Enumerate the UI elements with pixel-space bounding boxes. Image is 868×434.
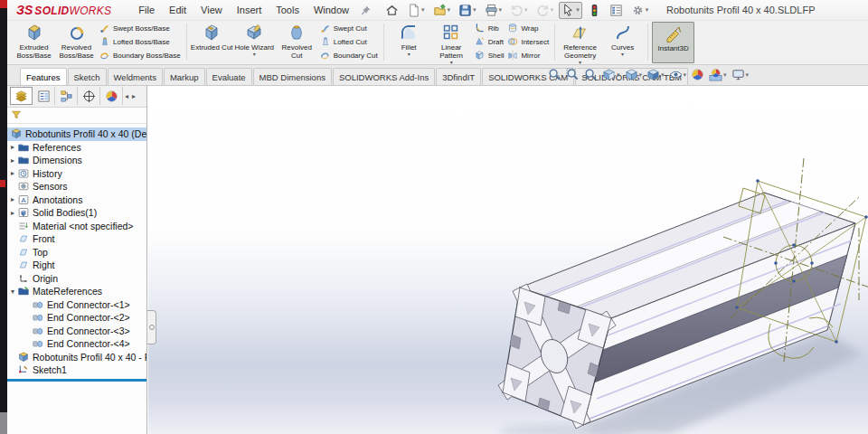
tab-sketch[interactable]: Sketch	[68, 68, 107, 85]
dropdown-caret-icon[interactable]: ▾	[617, 71, 620, 79]
dropdown-caret-icon[interactable]: ▾	[421, 6, 425, 14]
menu-window[interactable]: Window	[307, 3, 356, 17]
boundary-cut-button[interactable]: Boundary Cut	[318, 50, 380, 62]
tree-item-matereferences[interactable]: ▾MateReferences	[7, 285, 146, 298]
intersect-button[interactable]: Intersect	[505, 36, 551, 49]
menu-view[interactable]: View	[193, 3, 230, 17]
tree-item-right[interactable]: Right	[7, 259, 146, 272]
reference-geometry-button[interactable]: Reference Geometry▾	[559, 22, 601, 63]
configurationmanager-tab[interactable]	[55, 87, 78, 105]
panel-collapse-handle[interactable]	[147, 310, 156, 344]
options-gear-button[interactable]: ▾	[628, 2, 652, 19]
dropdown-caret-icon[interactable]: ▾	[661, 71, 665, 79]
new-document-button[interactable]: ▾	[404, 2, 428, 19]
filter-funnel-icon[interactable]	[11, 108, 22, 124]
expand-arrow[interactable]: ▾	[7, 288, 18, 296]
dropdown-caret-icon[interactable]: ▾	[408, 52, 410, 57]
zoom-to-fit-button[interactable]	[548, 68, 561, 81]
fillet-button[interactable]: Fillet▾	[388, 22, 430, 63]
menu-file[interactable]: File	[131, 3, 162, 17]
rebuild-traffic-light-button[interactable]	[585, 2, 604, 19]
select-cursor-button[interactable]: ▾	[559, 2, 582, 19]
dropdown-caret-icon[interactable]: ▾	[524, 6, 528, 14]
tree-item-top[interactable]: Top	[7, 246, 146, 259]
dropdown-caret-icon[interactable]: ▾	[576, 6, 580, 14]
boundary-boss-base-button[interactable]: Boundary Boss/Base	[98, 50, 183, 62]
dropdown-caret-icon[interactable]: ▾	[746, 71, 750, 79]
tab-markup[interactable]: Markup	[164, 68, 205, 85]
expand-arrow[interactable]: ▸	[7, 209, 18, 217]
model-3d-extrusion-profile[interactable]	[148, 85, 868, 434]
dropdown-caret-icon[interactable]: ▾	[253, 52, 256, 57]
manager-tabs-scroll-left[interactable]: ◂	[123, 92, 130, 100]
dropdown-caret-icon[interactable]: ▾	[448, 6, 451, 14]
undo-button[interactable]: ▾	[507, 2, 531, 19]
tree-item-end-connector-1[interactable]: End Connector-<1>	[7, 298, 146, 312]
previous-view-button[interactable]	[584, 68, 598, 81]
tree-item-dimensions[interactable]: ▸Dimensions	[7, 154, 146, 167]
view-orientation-button[interactable]: ▾	[625, 68, 643, 81]
tree-item-end-connector-2[interactable]: End Connector-<2>	[7, 311, 146, 325]
expand-arrow[interactable]: ▸	[7, 156, 18, 165]
tab-weldments[interactable]: Weldments	[108, 68, 163, 85]
curves-button[interactable]: Curves▾	[601, 22, 644, 63]
tree-item-solid-bodies-1[interactable]: ▸Solid Bodies(1)	[7, 206, 146, 220]
hide-show-items-button[interactable]: ▾	[669, 68, 687, 81]
extruded-boss-base-button[interactable]: Extruded Boss/Base	[13, 22, 55, 63]
featuremanager-tree-tab[interactable]	[10, 87, 33, 105]
tab-3dfindit[interactable]: 3DfindIT	[436, 68, 481, 85]
dropdown-caret-icon[interactable]: ▾	[499, 6, 503, 14]
view-settings-button[interactable]: ▾	[731, 68, 750, 81]
dropdown-caret-icon[interactable]: ▾	[473, 6, 476, 14]
dropdown-caret-icon[interactable]: ▾	[646, 6, 649, 14]
tree-item-end-connector-4[interactable]: End Connector-<4>	[7, 337, 146, 351]
lofted-cut-button[interactable]: Lofted Cut	[318, 36, 380, 49]
tab-mbd-dimensions[interactable]: MBD Dimensions	[253, 68, 332, 85]
dropdown-caret-icon[interactable]: ▾	[639, 71, 643, 79]
edit-appearance-button[interactable]	[691, 68, 704, 81]
rib-button[interactable]: Rib	[473, 23, 506, 35]
tree-item-annotations[interactable]: ▸AAnnotations	[7, 193, 146, 207]
rollback-bar[interactable]	[7, 379, 146, 382]
lofted-boss-base-button[interactable]: Lofted Boss/Base	[98, 36, 183, 49]
swept-boss-base-button[interactable]: Swept Boss/Base	[98, 23, 183, 35]
redo-button[interactable]: ▾	[533, 2, 557, 19]
dimxpertmanager-tab[interactable]	[78, 87, 100, 105]
manager-tabs-scroll-right[interactable]: ▸	[130, 92, 137, 100]
menu-edit[interactable]: Edit	[162, 3, 193, 17]
expand-arrow[interactable]: ▸	[7, 169, 18, 177]
tree-item-root[interactable]: Robotunits Profil 40 x 40 (Default) <<D	[7, 127, 146, 141]
apply-scene-button[interactable]: ▾	[709, 68, 727, 81]
display-style-button[interactable]: ▾	[646, 68, 665, 81]
save-button[interactable]: ▾	[456, 2, 479, 19]
tab-evaluate[interactable]: Evaluate	[206, 68, 252, 85]
tree-item-robotunits-profil-40-x-40-pil-404[interactable]: Robotunits Profil 40 x 40 - PIL 404	[7, 351, 146, 364]
dropdown-caret-icon[interactable]: ▾	[551, 6, 554, 14]
tree-item-material-not-specified[interactable]: Material <not specified>	[7, 220, 146, 233]
mirror-button[interactable]: Mirror	[505, 50, 551, 62]
extruded-cut-button[interactable]: Extruded Cut	[191, 22, 233, 63]
swept-cut-button[interactable]: Swept Cut	[318, 23, 380, 35]
dropdown-caret-icon[interactable]: ▾	[450, 60, 453, 65]
dropdown-caret-icon[interactable]: ▾	[723, 71, 727, 79]
linear-pattern-button[interactable]: Linear Pattern▾	[430, 22, 473, 63]
menu-insert[interactable]: Insert	[230, 3, 269, 17]
tree-item-history[interactable]: ▸History	[7, 167, 146, 181]
tree-item-sensors[interactable]: Sensors	[7, 180, 146, 193]
tree-item-front[interactable]: Front	[7, 232, 146, 246]
draft-button[interactable]: Draft	[473, 36, 506, 49]
home-button[interactable]	[382, 2, 401, 19]
displaymanager-tab[interactable]	[100, 87, 123, 105]
menu-tools[interactable]: Tools	[269, 3, 307, 17]
expand-arrow[interactable]: ▸	[7, 143, 18, 151]
print-button[interactable]: ▾	[482, 2, 505, 19]
graphics-area[interactable]	[148, 85, 868, 434]
revolved-boss-base-button[interactable]: Revolved Boss/Base	[55, 22, 98, 63]
dropdown-caret-icon[interactable]: ▾	[621, 52, 624, 57]
shell-button[interactable]: Shell	[473, 50, 506, 62]
tab-features[interactable]: Features	[20, 68, 67, 85]
pin-icon[interactable]	[360, 5, 372, 16]
tree-item-references[interactable]: ▸References	[7, 141, 146, 155]
task-list-button[interactable]	[607, 2, 626, 19]
tab-solidworks-add-ins[interactable]: SOLIDWORKS Add-Ins	[333, 68, 435, 85]
